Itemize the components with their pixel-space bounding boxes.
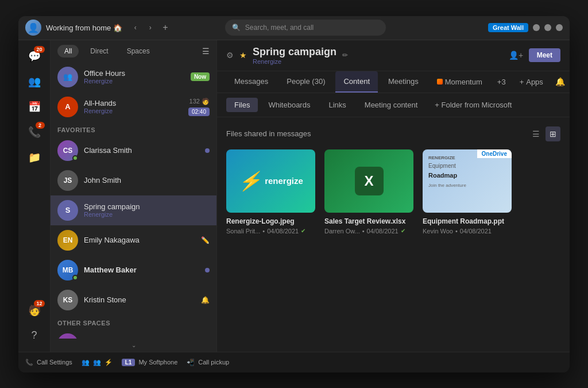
ppt-roadmap-label: Roadmap bbox=[428, 171, 506, 179]
avatar-kristin: KS bbox=[57, 290, 78, 310]
sidebar-icon-help[interactable]: ? bbox=[23, 324, 46, 347]
author-sales: Darren Ow... bbox=[324, 228, 360, 235]
close-button[interactable]: × bbox=[556, 24, 563, 31]
call-pickup-item[interactable]: 📲 Call pickup bbox=[187, 359, 229, 366]
back-button[interactable]: ‹ bbox=[129, 21, 142, 34]
sub-tab-whiteboards[interactable]: Whiteboards bbox=[260, 98, 318, 112]
avatar-all-hands: A bbox=[57, 97, 78, 117]
file-thumbnail-renergize: ⚡ renergize bbox=[226, 149, 315, 213]
chat-item-john[interactable]: JS John Smith bbox=[51, 166, 216, 195]
filter-icon[interactable]: ☰ bbox=[202, 47, 210, 56]
group-icons[interactable]: 👥 👥 ⚡ bbox=[82, 359, 113, 366]
verified-icon-sales: ✔ bbox=[401, 228, 405, 234]
channel-title: Spring campaign bbox=[253, 46, 336, 58]
files-area: Files shared in messages ☰ ⊞ ⚡ renergize bbox=[217, 117, 570, 352]
tab-apps[interactable]: + Apps bbox=[513, 72, 550, 92]
chat-name-matthew: Matthew Baker bbox=[84, 266, 199, 274]
avatar-icon-office-hours: 👥 bbox=[63, 72, 72, 81]
sidebar-icon-teams[interactable]: 👥 bbox=[23, 70, 46, 93]
channel-tabs: Messages People (30) Content Meetings Mo… bbox=[217, 71, 570, 93]
chat-list: All Direct Spaces ☰ 👥 Office Hours Rener… bbox=[51, 40, 217, 352]
edit-icon-emily: ✏️ bbox=[201, 236, 210, 244]
ppt-title-group: Equipment Roadmap bbox=[428, 160, 506, 179]
chat-item-matthew[interactable]: MB Matthew Baker bbox=[51, 255, 216, 285]
mute-icon: 🔔 bbox=[201, 296, 210, 304]
sidebar-icon-files[interactable]: 📁 bbox=[23, 146, 46, 169]
chat-item-kristin[interactable]: KS Kristin Stone 🔔 bbox=[51, 285, 216, 315]
file-card-equipment-roadmap[interactable]: OneDrive RENERGIZE Equipment Roadmap Joi… bbox=[423, 149, 512, 235]
header-right: 👤+ Meet bbox=[508, 47, 560, 63]
sidebar-icon-calendar[interactable]: 📅 bbox=[23, 95, 46, 118]
softphone-item[interactable]: L1 My Softphone bbox=[122, 359, 178, 366]
sub-tab-files[interactable]: Files bbox=[226, 98, 258, 112]
edit-icon[interactable]: ✏ bbox=[342, 51, 348, 59]
add-person-icon[interactable]: 👤+ bbox=[508, 47, 524, 63]
call-settings-label: Call Settings bbox=[37, 359, 72, 366]
chat-item-clarissa[interactable]: CS Clarissa Smith bbox=[51, 136, 216, 166]
excel-icon: X bbox=[355, 167, 384, 195]
tab-content[interactable]: Content bbox=[335, 71, 378, 93]
user-avatar[interactable]: 👤 bbox=[25, 20, 41, 36]
chat-item-all-hands[interactable]: A All-Hands Renergize 132 🧑 02:40 bbox=[51, 92, 216, 122]
file-card-sales-target[interactable]: X Sales Target Review.xlsx Darren Ow... … bbox=[324, 149, 413, 235]
file-card-renergize-logo[interactable]: ⚡ renergize Renergize-Logo.jpeg Sonali P… bbox=[226, 149, 315, 235]
chat-item-emily[interactable]: EN Emily Nakagawa ✏️ bbox=[51, 225, 216, 255]
title-bar-right: Great Wall — □ × bbox=[488, 23, 563, 32]
sub-tab-links[interactable]: Links bbox=[320, 98, 354, 112]
notification-icon[interactable]: 🔔 bbox=[552, 74, 568, 90]
group-icon-1: 👥 bbox=[82, 359, 90, 366]
chat-name-emily: Emily Nakagawa bbox=[84, 236, 195, 244]
chat-meta-clarissa bbox=[205, 148, 210, 153]
file-name-sales: Sales Target Review.xlsx bbox=[324, 217, 413, 225]
new-tab-button[interactable]: + bbox=[159, 21, 172, 34]
nav-controls: ‹ › + bbox=[129, 21, 172, 34]
chat-item-umar[interactable]: UP Umar Patel bbox=[51, 329, 216, 339]
tab-momentum[interactable]: Momentum bbox=[429, 72, 490, 92]
maximize-button[interactable]: □ bbox=[544, 24, 551, 31]
view-toggles: ☰ ⊞ bbox=[528, 126, 560, 141]
chat-info-matthew: Matthew Baker bbox=[84, 266, 199, 274]
apps-label: Apps bbox=[526, 78, 543, 86]
call-pickup-label: Call pickup bbox=[198, 359, 229, 366]
softphone-badge: L1 bbox=[122, 359, 136, 366]
avatar-umar: UP bbox=[57, 333, 78, 339]
search-bar[interactable]: 🔍 Search, meet, and call bbox=[225, 20, 386, 36]
filter-all[interactable]: All bbox=[57, 45, 79, 57]
chat-meta-office-hours: Now bbox=[191, 72, 210, 81]
gear-icon[interactable]: ⚙ bbox=[226, 51, 234, 60]
date-ppt: 04/08/2021 bbox=[460, 228, 492, 235]
scroll-indicator: ⌄ bbox=[51, 339, 216, 352]
minimize-button[interactable]: — bbox=[533, 24, 540, 31]
chat-info-kristin: Kristin Stone bbox=[84, 295, 195, 304]
files-header: Files shared in messages ☰ ⊞ bbox=[226, 126, 560, 141]
call-settings-item[interactable]: 📞 Call Settings bbox=[25, 359, 72, 366]
star-icon[interactable]: ★ bbox=[239, 51, 247, 60]
tabs-right: 🔔 🔍 bbox=[552, 74, 570, 90]
sub-tab-meeting-content[interactable]: Meeting content bbox=[357, 98, 426, 112]
folder-from-microsoft[interactable]: + Folder from Microsoft bbox=[428, 98, 519, 112]
chat-name-kristin: Kristin Stone bbox=[84, 295, 195, 304]
tab-more[interactable]: +3 bbox=[493, 72, 510, 92]
calls-badge: 2 bbox=[36, 122, 45, 129]
chat-meta-emily: ✏️ bbox=[201, 236, 210, 244]
forward-button[interactable]: › bbox=[144, 21, 157, 34]
main-content: 💬 20 👥 📅 📞 2 📁 🧑 12 ? bbox=[18, 40, 570, 352]
chat-filter-header: All Direct Spaces ☰ bbox=[51, 40, 216, 62]
filter-direct[interactable]: Direct bbox=[83, 45, 115, 57]
tab-meetings[interactable]: Meetings bbox=[380, 71, 427, 93]
file-cards: ⚡ renergize Renergize-Logo.jpeg Sonali P… bbox=[226, 149, 560, 235]
filter-spaces[interactable]: Spaces bbox=[120, 45, 157, 57]
sidebar-icon-calls[interactable]: 📞 2 bbox=[23, 121, 46, 144]
file-meta-renergize: Sonali Prit... • 04/08/2021 ✔ bbox=[226, 228, 315, 235]
tab-messages[interactable]: Messages bbox=[226, 71, 276, 93]
list-view-toggle[interactable]: ☰ bbox=[528, 126, 543, 141]
chat-item-spring[interactable]: S Spring campaign Renergize bbox=[51, 195, 216, 225]
sidebar-icon-chat[interactable]: 💬 20 bbox=[23, 45, 46, 68]
sidebar-icon-people[interactable]: 🧑 12 bbox=[23, 299, 46, 322]
chat-item-office-hours[interactable]: 👥 Office Hours Renergize Now bbox=[51, 62, 216, 92]
grid-view-toggle[interactable]: ⊞ bbox=[546, 126, 560, 141]
status-online-clarissa bbox=[72, 155, 78, 161]
tab-people[interactable]: People (30) bbox=[278, 71, 333, 93]
meet-button[interactable]: Meet bbox=[529, 48, 560, 62]
chat-info-all-hands: All-Hands Renergize bbox=[84, 99, 183, 114]
